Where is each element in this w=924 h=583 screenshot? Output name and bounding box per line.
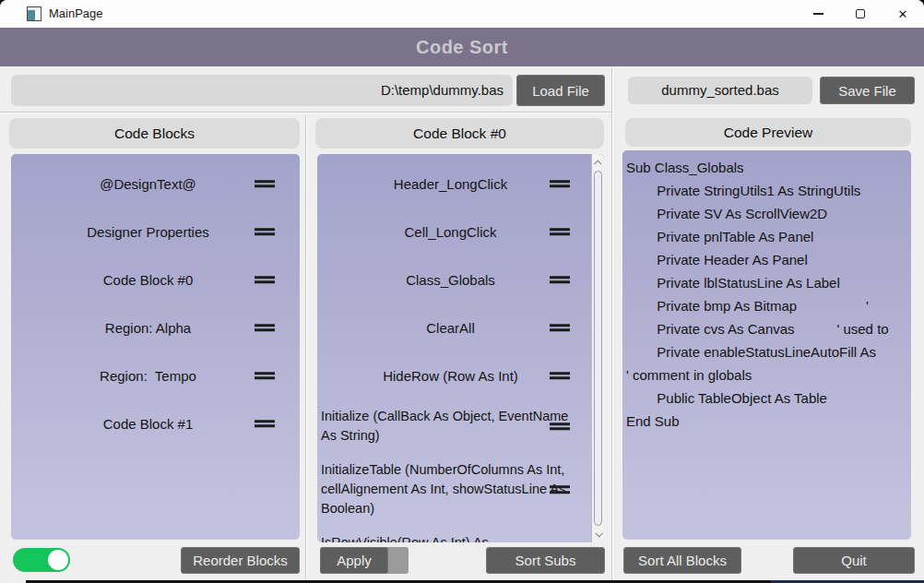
window-title: MainPage (49, 0, 103, 28)
main-window: MainPage ✕ Code Sort D:\temp\dummy.bas L… (0, 0, 924, 583)
item-label: Code Block #0 (103, 272, 194, 288)
code-line: End Sub (626, 410, 907, 433)
item-label: Class_Globals (406, 272, 495, 288)
code-preview-panel: Sub Class_Globals Private StringUtils1 A… (622, 150, 911, 540)
code-line: ' comment in globals (626, 363, 907, 387)
item-label: Initialize (CallBack As Object, EventNam… (321, 407, 569, 446)
sub-item[interactable]: Cell_LongClick (317, 208, 591, 256)
item-label: Header_LongClick (394, 176, 507, 192)
sort-subs-button[interactable]: Sort Subs (486, 547, 605, 574)
apply-button-frame: Apply (320, 547, 409, 574)
drag-handle-icon[interactable] (255, 225, 275, 238)
apply-button[interactable]: Apply (320, 547, 388, 574)
code-line: Public TableObject As Table (626, 387, 907, 410)
vertical-divider-left (305, 115, 307, 583)
code-blocks-list: @DesignText@ Designer Properties Code Bl… (11, 154, 300, 540)
drag-handle-icon[interactable] (255, 321, 275, 334)
code-block-item[interactable]: Region: Tempo (11, 351, 300, 399)
sub-item[interactable]: HideRow (Row As Int) (317, 351, 591, 399)
close-button[interactable]: ✕ (882, 0, 924, 28)
scrollbar-thumb[interactable] (594, 171, 602, 526)
code-block-item[interactable]: Code Block #0 (11, 256, 300, 303)
code-block-item[interactable]: Region: Alpha (11, 303, 300, 351)
vertical-divider-right (611, 68, 613, 583)
save-file-button[interactable]: Save File (820, 77, 915, 104)
code-line: Private cvs As Canvas ' used to (626, 317, 907, 340)
window-controls: ✕ (797, 0, 924, 28)
drag-handle-icon[interactable] (550, 273, 570, 286)
drag-handle-icon[interactable] (255, 177, 275, 190)
item-label: @DesignText@ (100, 176, 196, 192)
minimize-icon (813, 13, 823, 14)
app-header: Code Sort (0, 28, 924, 66)
app-icon (27, 6, 41, 21)
item-label: Designer Properties (87, 224, 209, 240)
drag-handle-icon[interactable] (550, 483, 570, 496)
sub-item[interactable]: Initialize (CallBack As Object, EventNam… (317, 399, 591, 453)
code-preview-header: Code Preview (625, 118, 911, 147)
maximize-button[interactable] (839, 0, 882, 28)
item-label: Region: Alpha (105, 320, 191, 336)
drag-handle-icon[interactable] (550, 420, 570, 433)
code-line: Private SV As ScrollView2D (626, 202, 907, 225)
maximize-icon (856, 9, 865, 18)
sub-item[interactable]: Class_Globals (317, 256, 591, 303)
page-title: Code Sort (416, 37, 508, 58)
load-path-field[interactable]: D:\temp\dummy.bas (11, 75, 513, 106)
drag-handle-icon[interactable] (255, 417, 275, 430)
code-line: Private lblStatusLine As Label (626, 271, 907, 294)
sub-item[interactable]: Header_LongClick (317, 160, 591, 208)
code-line: Private Header As Panel (626, 248, 907, 271)
drag-handle-icon[interactable] (255, 369, 275, 382)
scroll-up-icon[interactable] (592, 155, 604, 171)
reorder-blocks-button[interactable]: Reorder Blocks (181, 547, 300, 574)
code-line: Private pnlTable As Panel (626, 225, 907, 248)
item-label: InitializeTable (NumberOfColumns As Int,… (321, 460, 569, 518)
code-block-item[interactable]: Designer Properties (11, 208, 300, 256)
code-line: Sub Class_Globals (626, 156, 907, 179)
subs-list: Header_LongClick Cell_LongClick Class_Gl… (317, 154, 604, 542)
item-label: Code Block #1 (103, 416, 194, 432)
horizontal-divider (0, 112, 612, 113)
toggle-knob (48, 550, 68, 570)
item-label: Region: Tempo (100, 368, 196, 384)
save-name-field[interactable]: dummy_sorted.bas (628, 77, 812, 104)
drag-handle-icon[interactable] (255, 273, 275, 286)
quit-button[interactable]: Quit (793, 547, 915, 574)
sort-all-blocks-button[interactable]: Sort All Blocks (623, 547, 741, 574)
drag-handle-icon[interactable] (550, 369, 570, 382)
titlebar: MainPage ✕ (0, 0, 924, 28)
item-label: ClearAll (426, 320, 475, 336)
item-label: Cell_LongClick (404, 224, 496, 240)
code-line: Private bmp As Bitmap ' (626, 294, 907, 317)
scrollbar[interactable] (591, 154, 604, 542)
code-line: Private enableStatusLineAutoFill As (626, 340, 907, 363)
code-block-item[interactable]: Code Block #1 (11, 399, 300, 447)
code-line: Private StringUtils1 As StringUtils (626, 179, 907, 202)
sub-item[interactable]: ClearAll (317, 303, 591, 351)
drag-handle-icon[interactable] (550, 225, 570, 238)
item-label: HideRow (Row As Int) (383, 368, 518, 384)
code-blocks-header: Code Blocks (9, 118, 300, 149)
drag-handle-icon[interactable] (550, 177, 570, 190)
close-icon: ✕ (898, 8, 908, 20)
load-file-button[interactable]: Load File (516, 75, 605, 106)
code-block-item[interactable]: @DesignText@ (11, 160, 300, 208)
drag-handle-icon[interactable] (550, 321, 570, 334)
minimize-button[interactable] (797, 0, 839, 28)
code-block-0-header: Code Block #0 (315, 118, 604, 149)
reorder-toggle[interactable] (13, 548, 70, 572)
scroll-down-icon[interactable] (592, 526, 604, 541)
item-label: IsRowVisible(Row As Int) As Boolean ' ig… (321, 533, 569, 542)
sub-item[interactable]: InitializeTable (NumberOfColumns As Int,… (317, 453, 591, 526)
sub-item[interactable]: IsRowVisible(Row As Int) As Boolean ' ig… (317, 526, 591, 542)
